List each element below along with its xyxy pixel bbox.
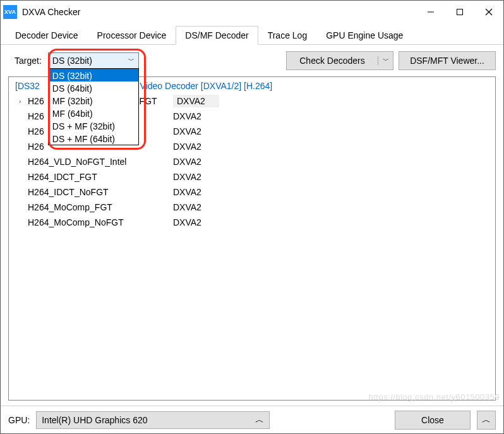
chevron-down-icon[interactable]: ﹀ <box>378 56 393 65</box>
table-row[interactable]: H264_MoComp_NoFGT DXVA2 <box>28 215 489 230</box>
chevron-up-icon: ︿ <box>255 414 264 426</box>
chevron-up-icon: ︿ <box>482 414 491 426</box>
app-icon: XVA <box>3 5 17 19</box>
table-row[interactable]: H264_VLD_NoFGT_Intel DXVA2 <box>28 154 489 169</box>
tree-expander-icon[interactable]: › <box>19 97 28 105</box>
tab-bar: Decoder Device Processor Device DS/MF De… <box>1 23 503 45</box>
target-option[interactable]: DS + MF (64bit) <box>49 132 138 145</box>
app-window: XVA DXVA Checker Decoder Device Processo… <box>0 0 504 434</box>
target-combo[interactable]: DS (32bit) ﹀ DS (32bit) DS (64bit) MF (3… <box>48 52 139 69</box>
minimize-button[interactable] <box>416 2 445 22</box>
decoder-name: H264_MoComp_NoFGT <box>28 217 173 227</box>
target-option[interactable]: DS (64bit) <box>49 81 138 94</box>
target-option[interactable]: MF (64bit) <box>49 107 138 119</box>
gpu-combo-value: Intel(R) UHD Graphics 620 <box>42 415 147 425</box>
window-controls <box>416 2 503 22</box>
table-row[interactable]: H264_IDCT_FGT DXVA2 <box>28 169 489 184</box>
maximize-button[interactable] <box>445 2 474 22</box>
decoder-api: DXVA2 <box>173 217 201 227</box>
target-label: Target: <box>15 56 42 66</box>
window-title: DXVA Checker <box>22 7 416 17</box>
decoder-name: H264_VLD_NoFGT_Intel <box>28 157 173 167</box>
chevron-down-icon: ﹀ <box>128 56 135 65</box>
close-button[interactable]: Close <box>395 411 471 430</box>
target-option[interactable]: DS + MF (32bit) <box>49 119 138 132</box>
tab-ds-mf-decoder[interactable]: DS/MF Decoder <box>176 26 258 45</box>
table-row[interactable]: H264_MoComp_FGT DXVA2 <box>28 200 489 215</box>
check-decoders-button[interactable]: Check Decoders ﹀ <box>286 51 393 70</box>
tab-gpu-engine-usage[interactable]: GPU Engine Usage <box>316 26 412 45</box>
decoder-api: DXVA2 <box>173 142 201 152</box>
toolbar: Target: DS (32bit) ﹀ DS (32bit) DS (64bi… <box>1 45 503 76</box>
decoder-header-part: Video Decoder [DXVA1/2] [H.264] <box>140 81 273 91</box>
check-decoders-label: Check Decoders <box>287 56 378 66</box>
table-row[interactable]: H264_IDCT_NoFGT DXVA2 <box>28 184 489 200</box>
tab-processor-device[interactable]: Processor Device <box>88 26 176 45</box>
decoder-name: H264_IDCT_NoFGT <box>28 187 173 197</box>
decoder-api: DXVA2 <box>173 126 201 136</box>
collapse-up-button[interactable]: ︿ <box>477 411 496 430</box>
titlebar: XVA DXVA Checker <box>1 1 503 23</box>
target-dropdown: DS (32bit) DS (64bit) MF (32bit) MF (64b… <box>48 68 139 145</box>
decoder-api: DXVA2 <box>173 111 201 121</box>
decoder-api: DXVA2 <box>173 202 201 212</box>
gpu-combo[interactable]: Intel(R) UHD Graphics 620 ︿ <box>36 411 270 429</box>
tab-trace-log[interactable]: Trace Log <box>258 26 317 45</box>
decoder-api: DXVA2 <box>173 187 201 197</box>
decoder-api: DXVA2 <box>173 95 219 107</box>
target-combo-value: DS (32bit) <box>52 56 92 66</box>
tab-decoder-device[interactable]: Decoder Device <box>6 26 88 45</box>
decoder-header-part: [DS32 <box>15 81 40 91</box>
target-combo-box[interactable]: DS (32bit) ﹀ <box>48 52 139 69</box>
dsf-mft-viewer-button[interactable]: DSF/MFT Viewer... <box>399 51 496 70</box>
svg-rect-1 <box>457 9 463 15</box>
target-option[interactable]: DS (32bit) <box>49 69 138 81</box>
gpu-label: GPU: <box>8 415 30 425</box>
decoder-api: DXVA2 <box>173 172 201 182</box>
target-option[interactable]: MF (32bit) <box>49 94 138 107</box>
close-window-button[interactable] <box>474 2 503 22</box>
decoder-api: DXVA2 <box>173 157 201 167</box>
decoder-name: H264_MoComp_FGT <box>28 202 173 212</box>
decoder-name: H264_IDCT_FGT <box>28 172 173 182</box>
statusbar: GPU: Intel(R) UHD Graphics 620 ︿ Close ︿ <box>1 406 503 433</box>
